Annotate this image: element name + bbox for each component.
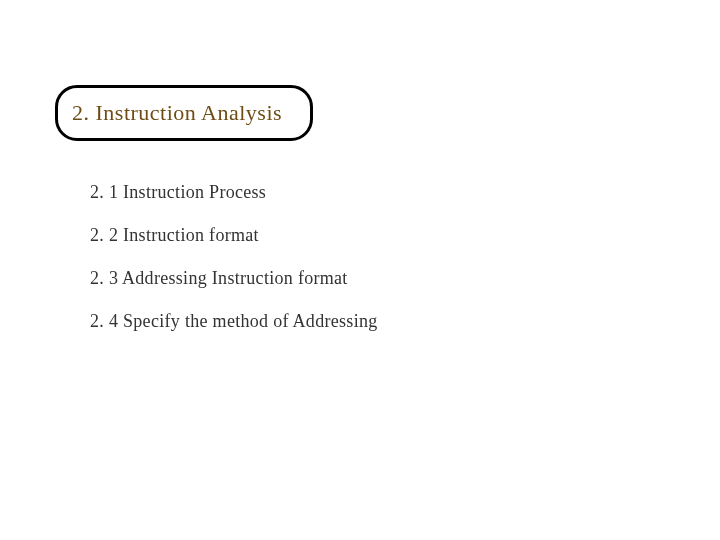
list-item: 2. 2 Instruction format [90, 225, 378, 246]
list-item: 2. 1 Instruction Process [90, 182, 378, 203]
section-title-box: 2. Instruction Analysis [55, 85, 313, 141]
list-item: 2. 3 Addressing Instruction format [90, 268, 378, 289]
section-title: 2. Instruction Analysis [72, 100, 282, 126]
list-item: 2. 4 Specify the method of Addressing [90, 311, 378, 332]
item-list: 2. 1 Instruction Process 2. 2 Instructio… [90, 182, 378, 354]
